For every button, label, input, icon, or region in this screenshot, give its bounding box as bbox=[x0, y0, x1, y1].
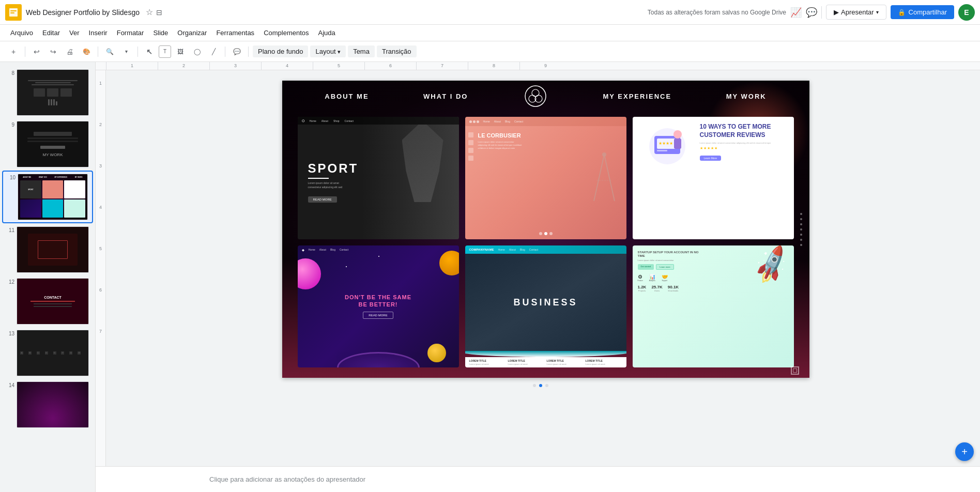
lc-navdot2 bbox=[544, 232, 547, 235]
slide-preview-14 bbox=[17, 381, 89, 428]
activity-icon[interactable]: 📈 bbox=[790, 7, 802, 18]
separator5 bbox=[248, 47, 249, 57]
slide-number-12: 12 bbox=[6, 279, 14, 285]
star1: ★ bbox=[700, 146, 703, 150]
add-floating-button[interactable]: + bbox=[955, 442, 974, 461]
slide-thumb-12[interactable]: 12 CONTACT bbox=[2, 276, 93, 327]
canvas-nav-dots bbox=[533, 382, 548, 389]
folder-icon[interactable]: ⊟ bbox=[156, 8, 162, 17]
menu-ferramentas[interactable]: Ferramentas bbox=[212, 27, 258, 39]
slide-preview-13: A B C D E F G H bbox=[17, 330, 89, 376]
line-button[interactable]: ╱ bbox=[206, 44, 221, 59]
startup-stat3: 90.1K Downloads bbox=[668, 285, 679, 292]
lc-navdot3 bbox=[549, 232, 553, 235]
notes-area[interactable]: Clique para adicionar as anotações do ap… bbox=[96, 466, 980, 492]
grid-10ways: ★★★★ 10 WA bbox=[633, 117, 794, 239]
menu-organizar[interactable]: Organizar bbox=[173, 27, 211, 39]
undo-button[interactable]: ↩ bbox=[29, 44, 44, 59]
background-button[interactable]: Plano de fundo bbox=[253, 45, 308, 57]
slide-thumb-13[interactable]: 13 A B C D E F G H bbox=[2, 328, 93, 378]
grid-space: ◈ Home About Blog Contact bbox=[298, 245, 459, 368]
app-icon[interactable] bbox=[5, 4, 22, 21]
lc-nav-about: About bbox=[494, 120, 501, 123]
slide-canvas[interactable]: ABOUT ME WHAT I DO bbox=[282, 81, 809, 378]
avatar[interactable]: E bbox=[958, 4, 975, 21]
startup-icon2-label: Analytics bbox=[649, 280, 655, 282]
biz-col3-title: LOREM TITLE bbox=[547, 359, 584, 362]
menu-inserir[interactable]: Inserir bbox=[85, 27, 112, 39]
slide-thumb-10[interactable]: 10 ABOUT ME WHAT I DO MY EXPERIENCE MY W… bbox=[2, 171, 93, 223]
thumb-lines2 bbox=[48, 99, 57, 105]
textbox-button[interactable]: T bbox=[159, 45, 171, 58]
thumb-line bbox=[32, 84, 74, 85]
image-button[interactable]: 🖼 bbox=[173, 44, 188, 59]
biz-col4-text: Lorem ipsum sit amet bbox=[586, 363, 622, 365]
biz-nav-blog: Blog bbox=[520, 248, 525, 251]
select-button[interactable]: ↖ bbox=[142, 44, 157, 59]
planet-right-top bbox=[439, 251, 459, 275]
sport-nav-about: About bbox=[321, 119, 328, 122]
zoom-button[interactable]: 🔍 bbox=[102, 44, 117, 59]
chevron-down-icon: ▾ bbox=[876, 9, 879, 15]
comment-button[interactable]: 💬 bbox=[229, 44, 244, 59]
slide-preview-8 bbox=[17, 69, 89, 116]
slide-preview-10: ABOUT ME WHAT I DO MY EXPERIENCE MY WORK… bbox=[18, 174, 88, 220]
slide-thumb-8[interactable]: 8 bbox=[2, 67, 93, 118]
slide-thumb-11[interactable]: 11 bbox=[2, 224, 93, 275]
redo-button[interactable]: ↪ bbox=[46, 44, 60, 59]
slide-dot4 bbox=[800, 228, 802, 230]
startup-icon3: 🤝 Support bbox=[662, 274, 668, 282]
biz-col2: LOREM TITLE Lorem ipsum sit amet bbox=[508, 359, 545, 365]
theme-button[interactable]: Tema bbox=[348, 45, 375, 57]
star-icon[interactable]: ☆ bbox=[146, 7, 153, 17]
svg-rect-2 bbox=[10, 10, 17, 11]
startup-stat1-num: 1.2K bbox=[638, 285, 647, 289]
menu-arquivo[interactable]: Arquivo bbox=[6, 27, 37, 39]
ways-desc: Lorem ipsum dolor sit amet consectetur a… bbox=[700, 142, 788, 145]
slide-thumb-9[interactable]: 9 MY WORK bbox=[2, 119, 93, 170]
slide-panel[interactable]: 8 bbox=[0, 62, 96, 492]
slide-control-icon bbox=[791, 366, 799, 375]
menu-slide[interactable]: Slide bbox=[149, 27, 172, 39]
chat-icon[interactable]: 💬 bbox=[806, 7, 817, 18]
space-nav-contact: Contact bbox=[340, 248, 348, 251]
shapes-button[interactable]: ◯ bbox=[190, 44, 204, 59]
add-button[interactable]: + bbox=[6, 44, 21, 59]
grid-business: COMPANYNAME Home About Blog Contact BUSI… bbox=[465, 245, 626, 368]
print-button[interactable]: 🖨 bbox=[63, 44, 77, 59]
notes-placeholder[interactable]: Clique para adicionar as anotações do ap… bbox=[209, 475, 365, 483]
star-dot2 bbox=[346, 266, 347, 267]
menu-ver[interactable]: Ver bbox=[65, 27, 84, 39]
slide-grid: ⬡ Home About Shop Contact bbox=[298, 117, 794, 367]
menu-complementos[interactable]: Complementos bbox=[259, 27, 313, 39]
biz-hero: BUSINESS bbox=[465, 254, 626, 352]
paintformat-button[interactable]: 🎨 bbox=[79, 44, 94, 59]
ways-title: 10 WAYS TO GET MORE CUSTOMER REVIEWS bbox=[700, 123, 788, 139]
star4: ★ bbox=[711, 146, 714, 150]
menu-editar[interactable]: Editar bbox=[38, 27, 64, 39]
lc-dot2 bbox=[473, 120, 476, 123]
ruler-horizontal: 1 2 3 4 5 6 7 8 9 bbox=[96, 62, 980, 70]
ruler-mark-2: 2 bbox=[158, 62, 209, 70]
startup-stat2: 25.7K Users bbox=[651, 285, 662, 292]
slide-thumb-14[interactable]: 14 bbox=[2, 379, 93, 430]
compass-svg bbox=[589, 152, 620, 204]
top-bar-right: Todas as alterações foram salvas no Goog… bbox=[648, 4, 975, 21]
sport-nav-contact: Contact bbox=[345, 119, 354, 122]
lc-nav: Home About Blog Contact bbox=[465, 117, 626, 126]
slide-number-9: 9 bbox=[6, 122, 14, 128]
layout-button[interactable]: Layout ▾ bbox=[310, 45, 346, 57]
separator2 bbox=[98, 47, 98, 57]
zoom-dropdown[interactable]: ▾ bbox=[119, 44, 133, 59]
menu-ajuda[interactable]: Ajuda bbox=[314, 27, 340, 39]
menu-formatar[interactable]: Formatar bbox=[113, 27, 148, 39]
canvas-scroll[interactable]: ABOUT ME WHAT I DO bbox=[96, 70, 980, 466]
share-button[interactable]: 🔒 Compartilhar bbox=[891, 5, 954, 19]
biz-nav-contact: Contact bbox=[529, 248, 538, 251]
add-button-wrap: + bbox=[955, 442, 974, 461]
transition-button[interactable]: Transição bbox=[377, 45, 417, 57]
startup-icon1-label: Feature bbox=[638, 280, 643, 282]
grid-sport: ⬡ Home About Shop Contact bbox=[298, 117, 459, 239]
grid-startup: STARTUP SETUP YOUR ACCOUNT IN NO TIME Lo… bbox=[633, 245, 794, 368]
present-button[interactable]: ▶ Apresentar ▾ bbox=[826, 5, 886, 20]
